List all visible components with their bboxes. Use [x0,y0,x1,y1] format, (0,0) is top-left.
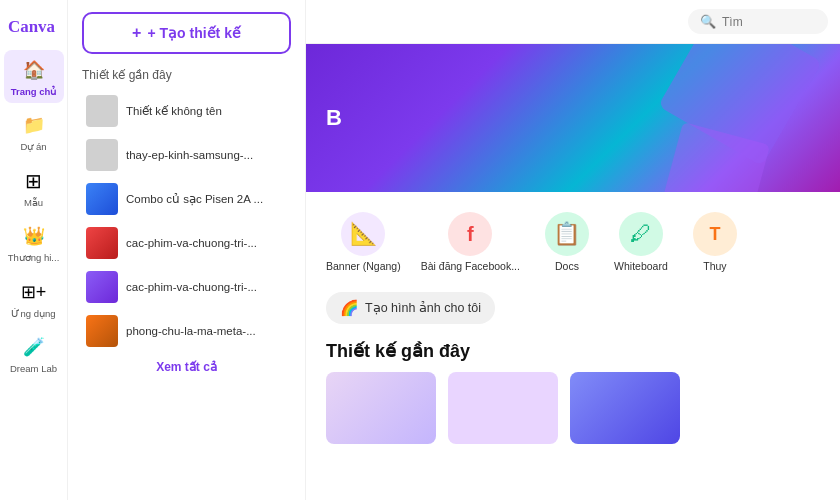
ai-button-label: Tạo hình ảnh cho tôi [365,300,481,315]
search-box[interactable]: 🔍 [688,9,828,34]
shortcut-label-banner: Banner (Ngang) [326,260,401,274]
design-thumb [86,271,118,303]
design-thumb [86,227,118,259]
shortcut-label-facebook: Bài đăng Facebook... [421,260,520,274]
list-item[interactable]: Thiết kế không tên [82,90,291,132]
list-item[interactable]: thay-ep-kinh-samsung-... [82,134,291,176]
scrollable-content: B 📐 Banner (Ngang) f Bài đăng Facebook..… [306,44,840,500]
shortcut-banner[interactable]: 📐 Banner (Ngang) [316,206,411,280]
sidebar-item-apps[interactable]: ⊞+ Ứng dụng [4,272,64,325]
shortcut-row: 📐 Banner (Ngang) f Bài đăng Facebook... … [306,192,840,284]
search-input[interactable] [722,15,822,29]
recent-card[interactable] [448,372,558,444]
sidebar-label-apps: Ứng dụng [11,308,55,319]
sidebar-label-dreamlab: Dream Lab [10,363,57,374]
rainbow-icon: 🌈 [340,299,359,317]
sidebar-item-dreamlab[interactable]: 🧪 Dream Lab [4,327,64,380]
recent-card[interactable] [326,372,436,444]
apps-icon: ⊞+ [20,278,48,306]
banner-icon: 📐 [341,212,385,256]
design-thumb [86,315,118,347]
facebook-icon: f [448,212,492,256]
design-thumb [86,183,118,215]
shortcut-thuy[interactable]: T Thuy [678,206,752,280]
design-name: cac-phim-va-chuong-tri-... [126,281,257,293]
ai-row: 🌈 Tạo hình ảnh cho tôi [306,284,840,332]
sidebar: Canva 🏠 Trang chủ 📁 Dự án ⊞ Mẫu 👑 Thương… [0,0,68,500]
thuy-icon: T [693,212,737,256]
whiteboard-icon: 🖊 [619,212,663,256]
sidebar-item-projects[interactable]: 📁 Dự án [4,105,64,158]
left-panel: + + Tạo thiết kế Thiết kế gần đây Thiết … [68,0,306,500]
projects-icon: 📁 [20,111,48,139]
sidebar-label-templates: Mẫu [24,197,43,208]
shortcut-docs[interactable]: 📋 Docs [530,206,604,280]
recent-card[interactable] [570,372,680,444]
create-button-label: + Tạo thiết kế [147,25,241,41]
shortcut-label-docs: Docs [555,260,579,274]
top-bar: 🔍 [306,0,840,44]
design-thumb [86,139,118,171]
ai-generate-button[interactable]: 🌈 Tạo hình ảnh cho tôi [326,292,495,324]
hero-text: B [306,105,342,131]
recent-designs-title: Thiết kế gần đây [306,332,840,372]
hero-banner: B [306,44,840,192]
sidebar-label-brand: Thương hi... [8,252,60,263]
plus-icon: + [132,24,141,42]
list-item[interactable]: Combo củ sạc Pisen 2A ... [82,178,291,220]
sidebar-item-brand[interactable]: 👑 Thương hi... [4,216,64,269]
design-thumb [86,95,118,127]
list-item[interactable]: phong-chu-la-ma-meta-... [82,310,291,352]
list-item[interactable]: cac-phim-va-chuong-tri-... [82,222,291,264]
see-all-link[interactable]: Xem tất cả [82,360,291,374]
app-logo: Canva [4,8,64,44]
design-name: phong-chu-la-ma-meta-... [126,325,256,337]
docs-icon: 📋 [545,212,589,256]
main-content-area: 🔍 B 📐 Banner (Ngang) f Bài đăng Facebook… [306,0,840,500]
sidebar-label-home: Trang chủ [11,86,57,97]
sidebar-item-home[interactable]: 🏠 Trang chủ [4,50,64,103]
shortcut-label-whiteboard: Whiteboard [614,260,668,274]
design-name: thay-ep-kinh-samsung-... [126,149,253,161]
search-icon: 🔍 [700,14,716,29]
templates-icon: ⊞ [20,167,48,195]
sidebar-item-templates[interactable]: ⊞ Mẫu [4,161,64,214]
dreamlab-icon: 🧪 [20,333,48,361]
svg-text:Canva: Canva [8,17,55,36]
create-design-button[interactable]: + + Tạo thiết kế [82,12,291,54]
list-item[interactable]: cac-phim-va-chuong-tri-... [82,266,291,308]
brand-icon: 👑 [20,222,48,250]
home-icon: 🏠 [20,56,48,84]
recent-grid [306,372,840,444]
design-name: Thiết kế không tên [126,104,222,118]
recent-section-title: Thiết kế gần đây [82,68,291,82]
sidebar-label-projects: Dự án [20,141,46,152]
shortcut-whiteboard[interactable]: 🖊 Whiteboard [604,206,678,280]
shortcut-facebook[interactable]: f Bài đăng Facebook... [411,206,530,280]
shortcut-label-thuy: Thuy [703,260,726,274]
design-name: Combo củ sạc Pisen 2A ... [126,192,263,206]
design-name: cac-phim-va-chuong-tri-... [126,237,257,249]
